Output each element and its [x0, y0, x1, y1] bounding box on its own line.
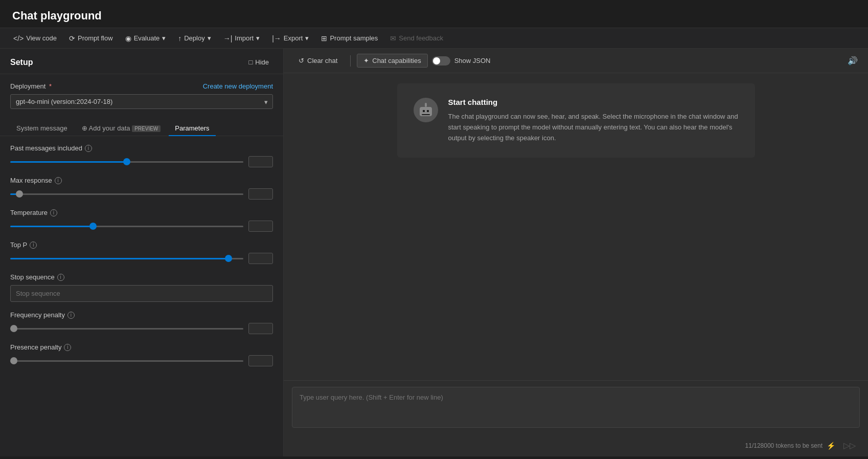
token-icon: ⚡: [827, 442, 835, 450]
create-deployment-link[interactable]: Create new deployment: [203, 82, 273, 90]
deploy-icon: ↑: [178, 34, 181, 42]
chat-area: Start chatting The chat playground can n…: [284, 73, 868, 380]
volume-icon: 🔊: [848, 56, 858, 65]
param-past-messages: Past messages included i 10: [10, 144, 273, 167]
hide-icon: □: [248, 58, 253, 66]
toolbar-btn-import[interactable]: →| Import ▾: [218, 30, 265, 47]
chat-input[interactable]: [292, 387, 860, 428]
chevron-down-icon: ▾: [162, 34, 166, 42]
frequency-penalty-slider[interactable]: [10, 328, 243, 330]
temperature-slider[interactable]: [10, 226, 243, 227]
deployment-select[interactable]: gpt-4o-mini (version:2024-07-18): [10, 94, 273, 109]
deployment-select-wrapper: gpt-4o-mini (version:2024-07-18): [10, 94, 273, 109]
deployment-label-text: Deployment *: [10, 82, 52, 90]
param-frequency-penalty: Frequency penalty i 0: [10, 311, 273, 334]
tab-add-data[interactable]: ⊕ Add your data PREVIEW: [76, 121, 167, 136]
setup-title: Setup: [10, 58, 33, 67]
chat-toolbar: ↺ Clear chat ✦ Chat capabilities Show JS…: [284, 49, 868, 73]
frequency-penalty-slider-row: 0: [10, 323, 273, 334]
max-response-input[interactable]: 8...: [248, 188, 273, 200]
chat-capabilities-icon: ✦: [363, 57, 369, 64]
main-layout: Setup □ Hide Deployment * Create new dep…: [0, 49, 868, 456]
required-star: *: [49, 82, 52, 90]
past-messages-input[interactable]: 10: [248, 156, 273, 167]
toolbar-btn-prompt-flow[interactable]: ⟳ Prompt flow: [64, 30, 118, 47]
param-top-p: Top P i 0...: [10, 241, 273, 264]
max-response-info-icon: i: [55, 177, 62, 184]
presence-penalty-slider-row: 0: [10, 355, 273, 366]
toolbar-btn-deploy[interactable]: ↑ Deploy ▾: [173, 30, 216, 47]
deployment-label-row: Deployment * Create new deployment: [10, 82, 273, 90]
presence-penalty-input[interactable]: 0: [248, 355, 273, 366]
top-p-label: Top P i: [10, 241, 273, 249]
tab-system-message[interactable]: System message: [10, 121, 74, 136]
tab-parameters[interactable]: Parameters: [169, 121, 215, 136]
show-json-toggle[interactable]: [432, 56, 450, 65]
frequency-penalty-info-icon: i: [67, 312, 75, 319]
start-chatting-title: Start chatting: [448, 98, 739, 106]
toolbar-btn-evaluate[interactable]: ◉ Evaluate ▾: [120, 30, 171, 47]
param-presence-penalty: Presence penalty i 0: [10, 343, 273, 366]
stop-sequence-input[interactable]: [10, 285, 273, 302]
send-icon: ▷▷: [843, 441, 856, 450]
chevron-down-icon: ▾: [256, 34, 260, 42]
stop-sequence-label: Stop sequence i: [10, 273, 273, 281]
setup-panel: Setup □ Hide Deployment * Create new dep…: [0, 49, 284, 456]
toolbar-btn-send-feedback[interactable]: ✉ Send feedback: [385, 30, 448, 47]
max-response-slider[interactable]: [10, 193, 243, 195]
evaluate-icon: ◉: [125, 34, 131, 42]
svg-rect-1: [423, 110, 425, 112]
past-messages-slider[interactable]: [10, 161, 243, 163]
clear-chat-button[interactable]: ↺ Clear chat: [292, 54, 344, 68]
toolbar: </> View code ⟳ Prompt flow ◉ Evaluate ▾…: [0, 28, 868, 49]
past-messages-info-icon: i: [85, 145, 92, 152]
toggle-thumb: [433, 57, 440, 64]
header: Chat playground: [0, 0, 868, 28]
show-json-label: Show JSON: [454, 57, 491, 64]
toggle-track: [432, 56, 450, 65]
past-messages-slider-row: 10: [10, 156, 273, 167]
start-chat-card: Start chatting The chat playground can n…: [397, 83, 755, 158]
import-icon: →|: [223, 34, 233, 42]
param-max-response: Max response i 8...: [10, 177, 273, 200]
presence-penalty-info-icon: i: [64, 344, 71, 351]
send-button[interactable]: ▷▷: [839, 439, 860, 452]
top-p-info-icon: i: [30, 242, 37, 249]
prompt-flow-icon: ⟳: [69, 34, 75, 42]
clear-chat-icon: ↺: [299, 57, 304, 64]
hide-button[interactable]: □ Hide: [244, 57, 273, 68]
presence-penalty-label: Presence penalty i: [10, 343, 273, 351]
temperature-info-icon: i: [50, 209, 57, 216]
chevron-down-icon: ▾: [305, 34, 309, 42]
temperature-input[interactable]: 0.7: [248, 221, 273, 232]
volume-button[interactable]: 🔊: [846, 54, 860, 68]
stop-sequence-info-icon: i: [57, 274, 64, 281]
send-feedback-icon: ✉: [390, 34, 396, 42]
chat-capabilities-button[interactable]: ✦ Chat capabilities: [357, 54, 427, 68]
toolbar-btn-export[interactable]: |→ Export ▾: [267, 30, 314, 47]
start-chat-content: Start chatting The chat playground can n…: [448, 98, 739, 143]
temperature-label: Temperature i: [10, 209, 273, 216]
frequency-penalty-label: Frequency penalty i: [10, 311, 273, 319]
svg-rect-2: [427, 110, 429, 112]
chat-footer: 11/128000 tokens to be sent ⚡ ▷▷: [284, 435, 868, 456]
bot-icon: [414, 98, 438, 122]
chat-toolbar-divider: [350, 55, 351, 67]
param-temperature: Temperature i 0.7: [10, 209, 273, 232]
add-data-icon: ⊕: [82, 124, 87, 132]
toolbar-btn-view-code[interactable]: </> View code: [8, 30, 62, 47]
toolbar-btn-prompt-samples[interactable]: ⊞ Prompt samples: [316, 30, 383, 47]
chat-input-area: [284, 380, 868, 435]
chevron-down-icon: ▾: [208, 34, 211, 42]
top-p-slider[interactable]: [10, 258, 243, 259]
parameters-content: Past messages included i 10 Max response…: [0, 136, 283, 375]
presence-penalty-slider[interactable]: [10, 360, 243, 362]
show-json-toggle-row: Show JSON: [432, 56, 491, 65]
top-p-input[interactable]: 0...: [248, 253, 273, 264]
token-count: 11/128000 tokens to be sent: [745, 442, 823, 449]
page-title: Chat playground: [12, 9, 856, 23]
svg-point-4: [425, 103, 427, 105]
frequency-penalty-input[interactable]: 0: [248, 323, 273, 334]
max-response-slider-row: 8...: [10, 188, 273, 200]
top-p-slider-row: 0...: [10, 253, 273, 264]
